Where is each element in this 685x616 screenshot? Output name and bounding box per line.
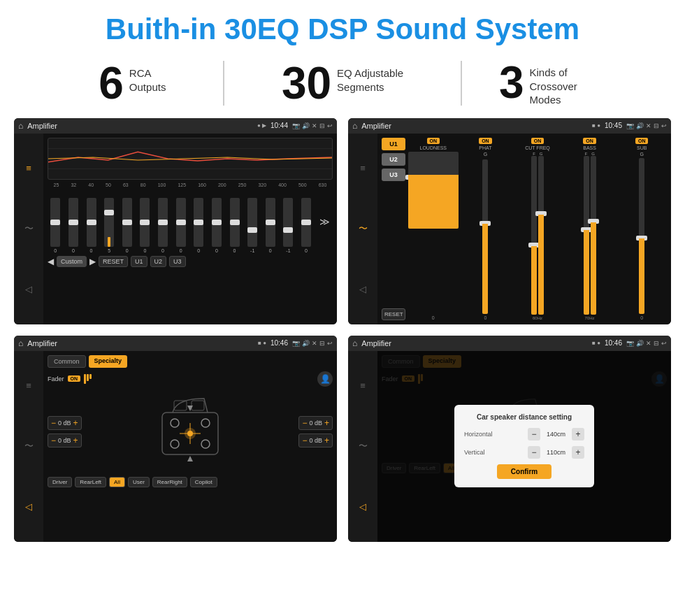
eq-slider-9[interactable]: 0 [212, 198, 222, 253]
dialog-sidebar: ≡ 〜 ◁ [348, 351, 377, 542]
cutfreq-on[interactable]: ON [531, 138, 545, 144]
stat-eq-number: 30 [282, 61, 331, 106]
person-icon[interactable]: 👤 [317, 371, 333, 387]
speaker-time: 10:46 [271, 339, 288, 347]
eq-slider-13[interactable]: -1 [283, 198, 293, 253]
home-icon-3[interactable]: ⌂ [18, 338, 23, 348]
home-icon-2[interactable]: ⌂ [352, 121, 357, 131]
bass-on[interactable]: ON [583, 138, 596, 144]
svg-point-7 [201, 419, 210, 427]
status-dots: ● ▶ [257, 122, 266, 129]
speaker-icon-3[interactable]: ◁ [25, 501, 32, 512]
db-minus-tr[interactable]: − [302, 418, 307, 428]
eq-prev[interactable]: ◀ [48, 257, 54, 266]
svg-point-9 [201, 440, 210, 448]
home-icon[interactable]: ⌂ [18, 121, 23, 131]
wave-icon[interactable]: 〜 [24, 222, 34, 235]
left-db-controls: − 0 dB + − 0 dB + [48, 416, 82, 447]
eq-slider-12[interactable]: 0 [266, 198, 275, 253]
eq-slider-7[interactable]: 0 [176, 198, 186, 253]
cutfreq-col: ON CUT FREQ F G [512, 138, 563, 320]
crossover-body: ≡ 〜 ◁ U1 U2 U3 RESET ON LOUDNESS [348, 134, 671, 324]
speaker-icon[interactable]: ◁ [25, 284, 32, 294]
eq-icon-3[interactable]: ≡ [26, 380, 31, 391]
rearright-btn[interactable]: RearRight [152, 477, 187, 487]
u1-button[interactable]: U1 [382, 138, 405, 150]
distance-dialog: Car speaker distance setting Horizontal … [454, 405, 594, 487]
stat-rca-number: 6 [99, 61, 124, 106]
horizontal-plus[interactable]: + [572, 428, 584, 440]
speaker-icon-4[interactable]: ◁ [359, 501, 366, 512]
specialty-tab[interactable]: Specialty [89, 355, 128, 368]
eq-icon-4[interactable]: ≡ [360, 380, 366, 391]
eq-icon-2[interactable]: ≡ [360, 163, 366, 173]
db-minus-br[interactable]: − [302, 436, 307, 445]
eq-sliders: 0 0 0 5 0 [48, 190, 333, 253]
horizontal-minus[interactable]: − [528, 428, 540, 440]
db-control-tl: − 0 dB + [48, 416, 82, 430]
wave-icon-3[interactable]: 〜 [24, 440, 34, 452]
svg-rect-4 [174, 401, 187, 410]
driver-btn[interactable]: Driver [48, 477, 72, 487]
user-btn[interactable]: User [128, 477, 150, 487]
speaker-icon-2[interactable]: ◁ [359, 284, 366, 294]
eq-u2-btn[interactable]: U2 [150, 256, 167, 267]
svg-point-6 [171, 419, 179, 427]
db-plus-tr[interactable]: + [324, 418, 329, 428]
eq-slider-14[interactable]: 0 [301, 198, 311, 253]
eq-slider-8[interactable]: 0 [194, 198, 203, 253]
common-tab[interactable]: Common [48, 355, 86, 368]
eq-screen-title: Amplifier [27, 122, 253, 130]
db-plus-bl[interactable]: + [73, 436, 78, 445]
eq-reset-btn[interactable]: RESET [99, 256, 128, 267]
rearleft-btn[interactable]: RearLeft [75, 477, 106, 487]
dialog-time: 10:46 [605, 339, 622, 347]
eq-slider-4[interactable]: 0 [122, 198, 132, 253]
loudness-on[interactable]: ON [427, 138, 440, 144]
vertical-stepper: − 110cm + [528, 446, 584, 459]
vertical-plus[interactable]: + [572, 446, 584, 459]
db-minus-bl[interactable]: − [51, 436, 56, 445]
dialog-topbar: ⌂ Amplifier ■ ● 10:46 📷🔊✕⊟↩ [348, 336, 671, 351]
eq-slider-11[interactable]: -1 [247, 198, 257, 253]
eq-slider-2[interactable]: 0 [87, 198, 96, 253]
speaker-topbar: ⌂ Amplifier ■ ● 10:46 📷🔊✕⊟↩ [14, 336, 337, 351]
dialog-main: Common Specialty Fader ON 👤 [377, 351, 671, 542]
eq-slider-1[interactable]: 0 [68, 198, 78, 253]
eq-u3-btn[interactable]: U3 [169, 256, 186, 267]
wave-icon-4[interactable]: 〜 [359, 440, 368, 452]
copilot-btn[interactable]: Copilot [190, 477, 217, 487]
eq-slider-10[interactable]: 0 [230, 198, 240, 253]
db-control-br: − 0 dB + [298, 434, 333, 447]
vertical-label: Vertical [464, 449, 485, 456]
db-plus-tl[interactable]: + [73, 418, 78, 428]
u2-button[interactable]: U2 [382, 153, 405, 166]
eq-slider-5[interactable]: 0 [140, 198, 150, 253]
wave-icon-2[interactable]: 〜 [359, 222, 368, 235]
car-diagram [85, 390, 296, 474]
stat-crossover-number: 3 [499, 60, 524, 105]
home-icon-4[interactable]: ⌂ [352, 338, 357, 348]
fader-row: Fader ON 👤 [48, 371, 333, 387]
eq-slider-3[interactable]: 5 [104, 198, 114, 253]
sub-on[interactable]: ON [635, 138, 649, 144]
eq-slider-0[interactable]: 0 [50, 198, 60, 253]
vertical-minus[interactable]: − [528, 446, 540, 459]
confirm-button[interactable]: Confirm [497, 464, 551, 479]
db-minus-tl[interactable]: − [51, 418, 56, 428]
phat-on[interactable]: ON [479, 138, 492, 144]
all-btn[interactable]: All [109, 477, 125, 487]
speaker-screen: ⌂ Amplifier ■ ● 10:46 📷🔊✕⊟↩ ≡ 〜 ◁ Common… [14, 336, 337, 542]
eq-screen-body: ≡ 〜 ◁ [14, 134, 337, 324]
db-plus-br[interactable]: + [324, 436, 329, 445]
eq-u1-btn[interactable]: U1 [131, 256, 147, 267]
fader-on-badge[interactable]: ON [68, 375, 81, 382]
eq-slider-6[interactable]: 0 [158, 198, 168, 253]
eq-next[interactable]: ▶ [89, 257, 96, 266]
crossover-reset-btn[interactable]: RESET [382, 308, 405, 320]
u3-button[interactable]: U3 [382, 169, 405, 181]
eq-graph [48, 138, 333, 180]
eq-icon[interactable]: ≡ [26, 163, 31, 173]
eq-more-icon[interactable]: ≫ [319, 216, 330, 227]
eq-custom-btn[interactable]: Custom [57, 256, 87, 267]
